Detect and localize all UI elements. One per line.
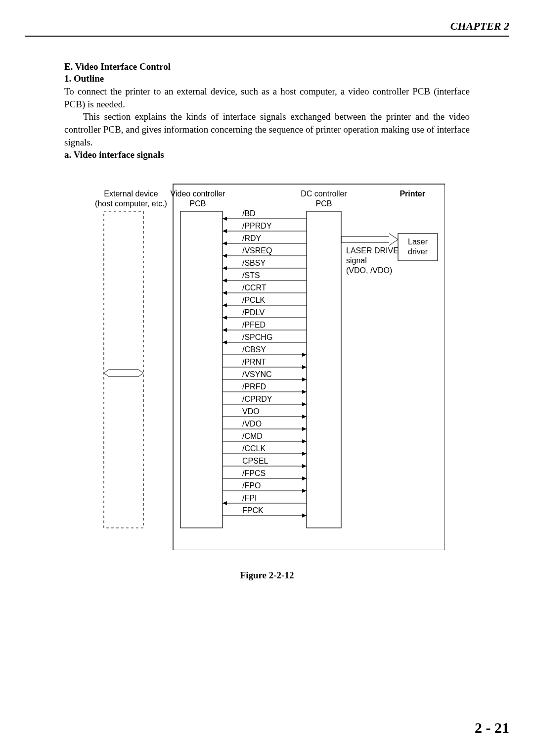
svg-text:FPCK: FPCK bbox=[242, 506, 264, 515]
svg-text:LASER DRIVE: LASER DRIVE bbox=[346, 246, 399, 255]
svg-marker-77 bbox=[302, 439, 307, 443]
svg-text:/PRFD: /PRFD bbox=[242, 382, 266, 391]
svg-text:/CMD: /CMD bbox=[242, 432, 263, 440]
svg-text:/SPCHG: /SPCHG bbox=[242, 333, 272, 341]
svg-text:CPSEL: CPSEL bbox=[242, 457, 268, 465]
svg-text:/FPO: /FPO bbox=[242, 481, 261, 490]
paragraph-1: To connect the printer to an external de… bbox=[64, 85, 470, 110]
svg-rect-0 bbox=[173, 184, 445, 550]
svg-rect-10 bbox=[307, 211, 341, 528]
svg-marker-41 bbox=[222, 291, 227, 295]
svg-text:/VDO: /VDO bbox=[242, 420, 262, 428]
svg-text:/STS: /STS bbox=[242, 271, 260, 280]
svg-marker-83 bbox=[302, 464, 307, 468]
svg-text:/PRNT: /PRNT bbox=[242, 358, 266, 366]
page-number: 2 - 21 bbox=[475, 719, 509, 736]
page: CHAPTER 2 E. Video Interface Control 1. … bbox=[0, 0, 534, 756]
svg-marker-89 bbox=[302, 489, 307, 493]
svg-text:PCB: PCB bbox=[316, 199, 332, 208]
svg-marker-26 bbox=[222, 229, 227, 233]
chapter-header: CHAPTER 2 bbox=[25, 20, 509, 37]
signal-diagram: Printer External device (host computer, … bbox=[89, 174, 445, 550]
svg-text:/BD: /BD bbox=[242, 209, 256, 218]
svg-marker-71 bbox=[302, 415, 307, 419]
svg-marker-53 bbox=[222, 340, 227, 344]
figure-container: Printer External device (host computer, … bbox=[64, 174, 470, 550]
section-e-heading: E. Video Interface Control bbox=[64, 61, 470, 72]
svg-marker-86 bbox=[302, 476, 307, 480]
svg-text:/CCRT: /CCRT bbox=[242, 284, 267, 292]
svg-text:/PPRDY: /PPRDY bbox=[242, 222, 272, 230]
svg-text:/VSREQ: /VSREQ bbox=[242, 246, 272, 255]
svg-text:/VSYNC: /VSYNC bbox=[242, 370, 272, 378]
paragraph-2: This section explains the kinds of inter… bbox=[64, 110, 470, 148]
svg-text:/CCLK: /CCLK bbox=[242, 444, 266, 453]
svg-text:Printer: Printer bbox=[400, 189, 425, 198]
svg-marker-47 bbox=[222, 316, 227, 320]
svg-text:driver: driver bbox=[408, 247, 428, 256]
svg-marker-35 bbox=[222, 266, 227, 270]
section-a-heading: a. Video interface signals bbox=[64, 149, 470, 160]
figure-caption: Figure 2-2-12 bbox=[64, 570, 470, 581]
svg-text:/FPCS: /FPCS bbox=[242, 469, 266, 477]
svg-marker-23 bbox=[222, 217, 227, 221]
svg-text:/SBSY: /SBSY bbox=[242, 259, 266, 267]
content-block: E. Video Interface Control 1. Outline To… bbox=[25, 61, 509, 581]
svg-marker-44 bbox=[222, 303, 227, 307]
svg-marker-92 bbox=[222, 501, 227, 505]
svg-text:VDO: VDO bbox=[242, 407, 260, 416]
svg-marker-95 bbox=[302, 514, 307, 518]
svg-marker-74 bbox=[302, 427, 307, 431]
svg-rect-7 bbox=[180, 211, 222, 528]
svg-marker-62 bbox=[302, 378, 307, 381]
svg-marker-29 bbox=[222, 241, 227, 245]
svg-text:signal: signal bbox=[346, 256, 367, 265]
svg-marker-59 bbox=[302, 365, 307, 369]
svg-text:PCB: PCB bbox=[190, 199, 206, 208]
svg-text:(host computer, etc.): (host computer, etc.) bbox=[95, 199, 167, 208]
svg-marker-32 bbox=[222, 254, 227, 258]
svg-text:/CBSY: /CBSY bbox=[242, 345, 266, 354]
svg-text:/CPRDY: /CPRDY bbox=[242, 395, 272, 403]
svg-marker-65 bbox=[302, 390, 307, 394]
section-1-heading: 1. Outline bbox=[64, 73, 470, 84]
svg-marker-68 bbox=[302, 402, 307, 406]
svg-marker-50 bbox=[222, 328, 227, 332]
svg-marker-80 bbox=[302, 452, 307, 456]
svg-text:/PDLV: /PDLV bbox=[242, 308, 265, 317]
svg-text:/RDY: /RDY bbox=[242, 234, 262, 242]
svg-text:(VDO, /VDO): (VDO, /VDO) bbox=[346, 266, 392, 275]
svg-text:Laser: Laser bbox=[408, 237, 428, 246]
svg-text:External device: External device bbox=[104, 189, 158, 198]
svg-text:/FPI: /FPI bbox=[242, 494, 257, 502]
svg-marker-38 bbox=[222, 279, 227, 283]
svg-text:DC controller: DC controller bbox=[301, 189, 347, 198]
svg-marker-56 bbox=[302, 353, 307, 357]
svg-text:/PFED: /PFED bbox=[242, 321, 266, 329]
svg-text:Video controller: Video controller bbox=[171, 189, 226, 198]
svg-text:/PCLK: /PCLK bbox=[242, 296, 266, 304]
